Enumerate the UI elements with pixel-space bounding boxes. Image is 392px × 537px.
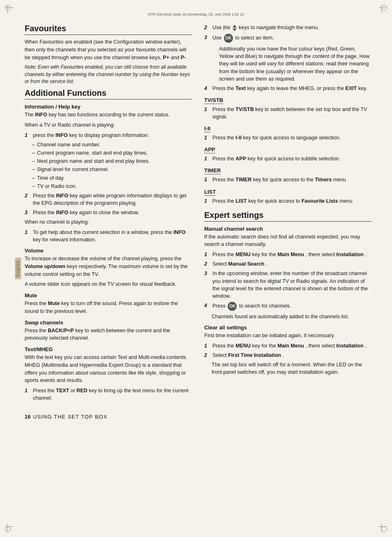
page-footer: 16 Using the Set Top Box	[0, 411, 392, 420]
dash-item-1: Channel name and number.	[32, 141, 192, 148]
clear-settings-heading: Clear all settings	[204, 324, 371, 331]
manual-search-para: If the automatic search does not find al…	[204, 233, 371, 249]
mute-para: Press the Mute key to turn off the sound…	[25, 300, 192, 315]
no-channel-step-1: 1 To get help about the current selectio…	[25, 229, 192, 243]
side-language-label: English	[15, 258, 21, 279]
text-mheg-step-1: 1 Press the TEXT or RED key to bring up …	[25, 387, 192, 402]
info-help-heading: Information / Help key	[25, 104, 192, 110]
expert-settings-title: Expert settings	[204, 211, 371, 222]
swap-heading: Swap channels	[25, 319, 192, 326]
corner-mark-tl	[5, 5, 13, 13]
step3-additional-para: Additionally you now have the four colou…	[212, 45, 371, 83]
nav-step-4: 4 Press the Text key again to leave the …	[204, 85, 371, 92]
ok-search-icon: OK	[228, 302, 237, 311]
dash-item-5: Time of day.	[32, 174, 192, 182]
timer-heading: TIMER	[204, 167, 221, 174]
footer-title: Using the Set Top Box	[33, 414, 107, 420]
when-no-channel-para: When no channel is playing:	[25, 218, 192, 226]
manual-step-1: 1 Press the MENU key for the Main Menu ,…	[204, 251, 371, 258]
nav-arrows-icon	[233, 25, 237, 31]
favourites-title: Favourites	[25, 24, 192, 35]
clear-after-para: The set top box will switch off for a mo…	[204, 361, 371, 376]
channels-found-para: Channels found are automatically added t…	[204, 313, 371, 320]
left-column: Favourites When Favourites are enabled (…	[25, 24, 192, 404]
info-dash-list: Channel name and number. Current program…	[32, 141, 192, 190]
volume-heading: Volume	[25, 248, 192, 254]
corner-mark-tr	[379, 5, 387, 13]
expert-settings-section: Expert settings Manual channel search If…	[204, 211, 371, 376]
corner-mark-br	[379, 524, 387, 532]
clear-settings-para: First time installation can be initiated…	[204, 332, 371, 340]
timer-step-1: 1 Press the TIMER key for quick access t…	[204, 176, 371, 183]
app-section: APP 1 Press the APP key for quick access…	[204, 146, 371, 162]
app-step-1: 1 Press the APP key for quick access to …	[204, 155, 371, 162]
clear-step-2: 2 Select First Time Installation .	[204, 352, 371, 359]
mute-heading: Mute	[25, 292, 192, 299]
manual-step-2: 2 Select Manual Search .	[204, 260, 371, 268]
right-column: 2 Use the keys to navigate through the m…	[204, 24, 371, 404]
app-heading: APP	[204, 146, 215, 153]
manual-search-heading: Manual channel search	[204, 226, 371, 232]
volume-para2: A volume slider icon appears on the TV s…	[25, 280, 192, 288]
info-step-2: 2 Press the INFO key again while program…	[25, 192, 192, 207]
info-key-para: The INFO key has two functions according…	[25, 111, 192, 119]
manual-step-3: 3 In the upcoming window, enter the numb…	[204, 270, 371, 300]
favourites-note: Note: Even with Favourites enabled, you …	[25, 64, 192, 85]
i-ii-heading: I-II	[204, 125, 210, 132]
list-heading: LIST	[204, 189, 216, 196]
dash-item-3: Next program name and start and end play…	[32, 157, 192, 165]
mute-subsection: Mute Press the Mute key to turn off the …	[25, 292, 192, 315]
manual-search-subsection: Manual channel search If the automatic s…	[204, 226, 371, 320]
volume-para: To increase or decrease the volume of th…	[25, 255, 192, 278]
corner-mark-bl	[5, 524, 13, 532]
clear-step-1: 1 Press the MENU key for the Main Menu ,…	[204, 342, 371, 350]
text-mheg-para: With the text key you can access certain…	[25, 354, 192, 384]
dash-item-6: TV or Radio icon.	[32, 183, 192, 190]
ok-button-icon: OK	[224, 34, 233, 43]
when-tv-para: When a TV or Radio channel is playing:	[25, 121, 192, 129]
favourites-section: Favourites When Favourites are enabled (…	[25, 24, 192, 85]
volume-subsection: Volume To increase or decrease the volum…	[25, 248, 192, 288]
info-step-1: 1 press the INFO key to display program …	[25, 132, 192, 139]
content-area: Favourites When Favourites are enabled (…	[0, 20, 392, 408]
clear-settings-subsection: Clear all settings First time installati…	[204, 324, 371, 376]
swap-subsection: Swap channels Press the BACK/P<P key to …	[25, 319, 192, 343]
additional-functions-title: Additional Functions	[25, 88, 192, 100]
i-ii-step-1: 1 Press the I-II key for quick access to…	[204, 134, 371, 141]
page-number: 16	[25, 414, 30, 420]
nav-step-2: 2 Use the keys to navigate through the m…	[204, 24, 371, 31]
dash-item-4: Signal level for current channel.	[32, 166, 192, 173]
manual-step-4: 4 Press OK to search for channels.	[204, 302, 371, 311]
favourites-para1: When Favourites are enabled (see the Con…	[25, 38, 192, 61]
swap-para: Press the BACK/P<P key to switch between…	[25, 327, 192, 343]
list-step-1: 1 Press the LIST key for quick access to…	[204, 197, 371, 205]
nav-step-3: 3 Use OK to select an item.	[204, 34, 371, 43]
timer-section: TIMER 1 Press the TIMER key for quick ac…	[204, 167, 371, 183]
page-header: DTR 200.book Seite 16 Donnerstag, 29. Ju…	[0, 12, 392, 16]
text-mheg-subsection: Text/MHEG With the text key you can acce…	[25, 346, 192, 402]
info-help-subsection: Information / Help key The INFO key has …	[25, 104, 192, 243]
tvstb-section: TV/STB 1 Press the TV/STB key to switch …	[204, 97, 371, 120]
tvstb-step-1: 1 Press the TV/STB key to switch between…	[204, 106, 371, 120]
dash-item-2: Current program name, start and end play…	[32, 149, 192, 157]
tvstb-heading: TV/STB	[204, 97, 223, 104]
text-mheg-heading: Text/MHEG	[25, 346, 192, 352]
page: English DTR 200.book Seite 16 Donnerstag…	[0, 0, 392, 537]
additional-functions-section: Additional Functions Information / Help …	[25, 88, 192, 402]
i-ii-section: I-II 1 Press the I-II key for quick acce…	[204, 125, 371, 141]
info-step-3: 3 Press the INFO key again to close the …	[25, 209, 192, 216]
list-section: LIST 1 Press the LIST key for quick acce…	[204, 189, 371, 205]
